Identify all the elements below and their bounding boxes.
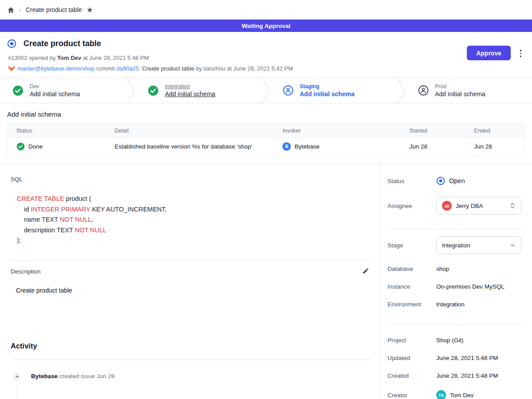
main-panel: SQL CREATE TABLE product ( id INTEGER PR… — [0, 164, 380, 399]
activity-heading: Activity — [11, 342, 373, 350]
stage-env-label: Prod — [435, 83, 485, 90]
stage-row: Stage Integration — [387, 236, 521, 254]
edit-pencil-icon[interactable] — [362, 267, 369, 276]
person-circle-icon — [283, 85, 293, 96]
commit-hash-link[interactable]: da90a25 — [116, 65, 139, 72]
check-circle-icon — [12, 85, 23, 96]
home-icon[interactable] — [7, 6, 15, 14]
database-row: Database shop — [387, 266, 521, 272]
status-row: Status Open — [387, 176, 521, 185]
stage-prod[interactable]: Prod Add initial schema — [406, 78, 532, 103]
task-ended: Jun 28 — [465, 138, 524, 156]
waiting-approval-banner: Waiting Approval — [0, 20, 532, 32]
task-table: Status Detail Invoker Started Ended Done… — [7, 124, 525, 156]
creator-avatar: TD — [436, 390, 446, 399]
star-icon[interactable]: ★ — [86, 6, 93, 14]
sql-label: SQL — [11, 176, 373, 183]
breadcrumb-title: Create product table — [26, 6, 82, 13]
timeline-line — [17, 384, 17, 399]
project-row: Project Shop (Git) — [387, 337, 521, 344]
updated-label: Updated — [387, 355, 436, 361]
more-options-icon[interactable] — [519, 49, 523, 58]
invoker-avatar: B — [282, 142, 291, 151]
stage-task-label: Add initial schema — [435, 90, 485, 98]
open-status-icon — [436, 176, 445, 185]
activity-item: + Bytebase created issue Jun 28 — [11, 372, 373, 399]
stage-env-label: Dev — [30, 83, 80, 90]
stage-env-label: Staging — [300, 83, 355, 90]
environment-label: Environment — [387, 301, 436, 308]
chevron-right-icon: › — [19, 6, 21, 13]
stage-separator — [397, 78, 406, 104]
table-row[interactable]: Done Established baseline version %s for… — [8, 138, 525, 156]
assignee-avatar: JD — [442, 201, 452, 211]
up-down-chevron-icon — [509, 202, 516, 209]
repo-link[interactable]: master@bytebase-demo/shop — [17, 65, 94, 72]
approve-button[interactable]: Approve — [467, 46, 511, 60]
creator-label: Creator — [387, 392, 436, 399]
assignee-value: Jerry DBA — [456, 203, 505, 209]
column-header-started: Started — [400, 124, 465, 138]
task-invoker: Bytebase — [294, 143, 319, 150]
check-circle-icon — [148, 85, 159, 96]
column-header-invoker: Invoker — [274, 124, 400, 138]
sql-code: CREATE TABLE product ( id INTEGER PRIMAR… — [17, 194, 373, 246]
project-value: Shop (Git) — [436, 337, 464, 344]
description-text: Create product table — [16, 287, 373, 294]
creator-row: Creator TD Tom Dev — [387, 390, 521, 399]
assignee-label: Assignee — [387, 203, 436, 209]
task-detail: Established baseline version %s for data… — [106, 138, 274, 156]
issue-title: Create product table — [23, 39, 101, 48]
issue-header: Create product table #13002 opened by To… — [0, 32, 532, 78]
commit-message: Create product table — [142, 65, 194, 72]
assignee-select[interactable]: JD Jerry DBA — [436, 197, 521, 215]
description-label: Description — [11, 268, 41, 275]
updated-value: June 28, 2021 5:48 PM — [436, 355, 498, 361]
plus-icon: + — [12, 372, 22, 381]
done-check-icon — [16, 142, 25, 151]
issue-author: Tom Dev — [57, 55, 81, 61]
task-started: Jun 28 — [400, 138, 465, 156]
issue-id: #13002 — [8, 55, 27, 61]
gitlab-icon — [8, 65, 15, 72]
issue-meta: #13002 opened by Tom Dev at June 28, 202… — [8, 55, 525, 61]
database-value: shop — [436, 266, 449, 272]
status-value: Open — [449, 177, 465, 184]
instance-label: Instance — [387, 283, 436, 290]
stage-task-label: Add initial schema — [300, 90, 355, 98]
stage-separator — [262, 78, 270, 104]
stage-task-link[interactable]: Add initial schema — [165, 90, 215, 98]
assignee-row: Assignee JD Jerry DBA — [387, 197, 521, 215]
pipeline: Dev Add initial schema Integration Add i… — [0, 78, 532, 103]
stage-select[interactable]: Integration — [436, 236, 521, 254]
stage-staging[interactable]: Staging Add initial schema — [270, 78, 397, 103]
banner-text: Waiting Approval — [242, 23, 290, 29]
environment-row: Environment Integration — [387, 301, 521, 308]
environment-value: Integration — [436, 301, 465, 308]
activity-actor: Bytebase — [31, 373, 58, 379]
open-status-icon — [7, 39, 16, 48]
stage-value: Integration — [442, 242, 505, 249]
breadcrumb: › Create product table ★ — [0, 0, 532, 20]
created-value: June 28, 2021 5:48 PM — [436, 372, 498, 379]
status-label: Status — [387, 178, 436, 184]
commit-line: master@bytebase-demo/shop commit da90a25… — [8, 65, 525, 72]
instance-value: On-premises Dev MySQL — [436, 283, 505, 290]
stage-task-label: Add initial schema — [30, 90, 80, 98]
column-header-detail: Detail — [106, 124, 274, 138]
chevron-down-icon — [509, 242, 516, 248]
stage-env-label[interactable]: Integration — [165, 83, 215, 90]
project-label: Project — [387, 337, 436, 344]
column-header-status: Status — [8, 124, 106, 138]
task-status: Done — [28, 143, 43, 150]
stage-label: Stage — [387, 242, 436, 249]
stage-integration[interactable]: Integration Add initial schema — [135, 78, 262, 103]
updated-row: Updated June 28, 2021 5:48 PM — [387, 355, 521, 361]
task-heading: Add initial schema — [7, 110, 525, 118]
created-row: Created June 28, 2021 5:48 PM — [387, 372, 521, 379]
sidebar: Status Open Assignee JD Jerry DBA Stage — [380, 164, 532, 399]
stage-dev[interactable]: Dev Add initial schema — [0, 78, 126, 103]
stage-separator — [126, 78, 135, 104]
creator-value: Tom Dev — [450, 392, 473, 399]
task-section: Add initial schema Status Detail Invoker… — [0, 103, 532, 156]
